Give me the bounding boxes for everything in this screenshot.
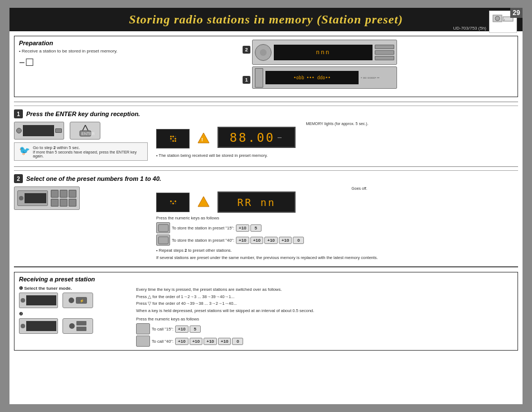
prep-device-illustration: nnn 2 <box>136 40 513 89</box>
svg-line-5 <box>85 125 88 131</box>
step1-content: ENTER 🐦 Go to step 2 within 5 sec. If mo… <box>14 122 518 161</box>
page-title: Storing radio stations in memory (Statio… <box>129 12 403 26</box>
recv-step1-label: ❶ Select the tuner mode. <box>19 286 130 291</box>
step2-preset40-keys: +10 +10 +10 +10 0 <box>236 237 304 244</box>
memory-label: MEMORY lights (for approx. 5 sec.). <box>156 122 518 126</box>
page: Storing radio stations in memory (Statio… <box>9 8 523 404</box>
preparation-section: Preparation • Receive a station to be st… <box>14 36 518 97</box>
recv-step2-label: ❷ <box>19 312 130 317</box>
prep-title: Preparation <box>19 40 130 46</box>
model-label: UD-703/753 (5h) <box>453 26 486 31</box>
recv-press-numeric: Press the numeric keys as follows <box>136 317 513 322</box>
step2-left <box>14 186 148 210</box>
recv-left: ❶ Select the tuner mode. ⚡ <box>19 286 130 347</box>
receiving-section: Receiving a preset station ❶ Select the … <box>14 272 518 351</box>
goes-off-label: Goes off. <box>156 186 518 190</box>
section-divider <box>14 266 518 267</box>
recv-held-note: When a key is held depressed, preset sta… <box>136 308 513 314</box>
prep-left: Preparation • Receive a station to be st… <box>19 40 130 69</box>
recv-step1-devices: ⚡ <box>19 293 130 308</box>
content-area: Preparation • Receive a station to be st… <box>9 31 523 400</box>
step2-title: Select one of the preset numbers from 1 … <box>26 175 161 182</box>
divider-2 <box>14 166 518 167</box>
recv-right: Every time the key is pressed, the prese… <box>136 286 513 347</box>
recv-title: Receiving a preset station <box>19 276 513 282</box>
goto-bird-icon: 🐦 <box>19 145 30 156</box>
step1-number: 1 <box>14 109 23 118</box>
step1-title: Press the ENTER key during reception. <box>26 111 140 117</box>
svg-text:!: ! <box>201 137 203 142</box>
recv-call15: To call "15": +10 5 <box>136 323 513 334</box>
step2-right: Goes off. <box>156 186 518 261</box>
main-content: Preparation • Receive a station to be st… <box>9 31 523 400</box>
goto-note: 🐦 Go to step 2 within 5 sec. If more tha… <box>14 142 148 161</box>
minus-icon: −☐ <box>19 56 130 69</box>
goto-text: Go to step 2 within 5 sec. If more than … <box>33 145 143 158</box>
svg-rect-12 <box>158 237 168 244</box>
step1-devices: ENTER <box>14 122 148 140</box>
recv-down-note: Press ▽ for the order of 40→39→38 ... 3→… <box>136 301 513 307</box>
step2-header: 2 Select one of the preset numbers from … <box>14 174 518 183</box>
step2-number: 2 <box>14 174 23 183</box>
step2-repeat-note: • Repeat steps 2 to preset other station… <box>156 248 518 254</box>
step2-preset40: To store the station in preset "40": +10… <box>156 234 518 246</box>
step1-store-note: • The station being received will be sto… <box>156 153 518 159</box>
divider-1 <box>14 102 518 102</box>
step2-content: Goes off. <box>14 186 518 261</box>
step2-preset15-keys: +10 5 <box>236 224 262 232</box>
step1-header: 1 Press the ENTER key during reception. <box>14 109 518 118</box>
recv-step1: ❶ Select the tuner mode. ⚡ <box>19 286 130 308</box>
recv-step2: ❷ <box>19 312 130 334</box>
key-5: 5 <box>250 224 262 232</box>
step2-press-numeric: Press the numeric keys as follows <box>156 215 518 221</box>
recv-up-note: Press △ for the order of 1→2→3 ... 38→39… <box>136 294 513 300</box>
recv-call40-keys: +10 +10 +10 +10 0 <box>175 338 243 345</box>
step1-right: MEMORY lights (for approx. 5 sec.). <box>156 122 518 159</box>
svg-text:ENTER: ENTER <box>81 132 95 136</box>
svg-line-4 <box>83 125 85 131</box>
page-number: 29 <box>510 8 523 18</box>
step2-same-num-note: If several stations are preset under the… <box>156 255 518 261</box>
svg-marker-10 <box>198 197 209 207</box>
step2-preset15: To store the station in preset "15": +10… <box>156 222 518 233</box>
recv-step2-devices <box>19 318 130 334</box>
recv-content: ❶ Select the tuner mode. ⚡ <box>19 286 513 347</box>
step2-section: 2 Select one of the preset numbers from … <box>14 170 518 263</box>
prep-bullet: • Receive a station to be stored in pres… <box>19 49 130 54</box>
recv-call40: To call "40": +10 +10 +10 +10 0 <box>136 336 513 347</box>
key-plus10-1: +10 <box>236 224 249 232</box>
step1-left: ENTER 🐦 Go to step 2 within 5 sec. If mo… <box>14 122 148 161</box>
svg-rect-11 <box>158 224 168 232</box>
step2-display: RR nn <box>217 191 296 213</box>
svg-marker-8 <box>198 133 209 143</box>
step1-section: 1 Press the ENTER key during reception. <box>14 106 518 163</box>
recv-call15-keys: +10 5 <box>175 325 201 333</box>
page-header: Storing radio stations in memory (Statio… <box>9 8 523 31</box>
recv-every-press: Every time the key is pressed, the prese… <box>136 287 513 293</box>
step1-display: 88.00 − <box>217 127 296 148</box>
svg-point-1 <box>495 16 500 21</box>
